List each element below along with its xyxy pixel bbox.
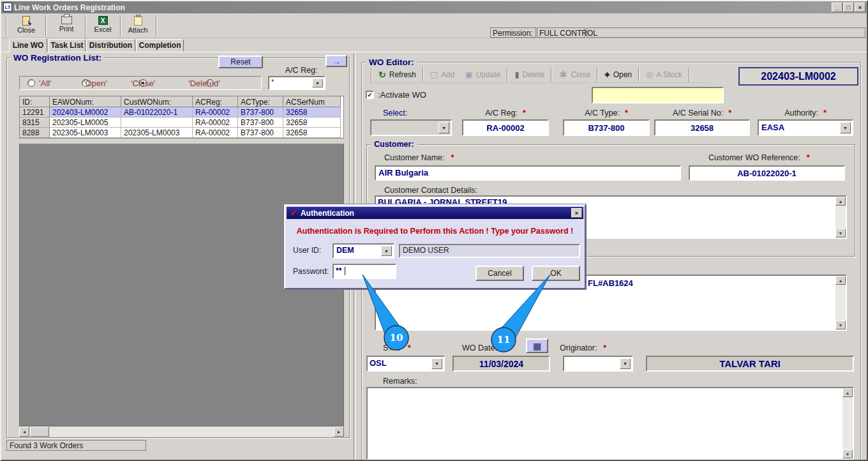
scroll-down-icon[interactable]: ▼ — [835, 321, 846, 329]
chevron-down-icon[interactable]: ▼ — [312, 79, 323, 87]
chevron-down-icon[interactable]: ▼ — [840, 122, 851, 133]
dialog-titlebar[interactable]: ✓ Authentication × — [287, 207, 583, 219]
chevron-down-icon[interactable]: ▼ — [438, 122, 449, 133]
ac-reg-filter-combo[interactable]: * ▼ — [268, 76, 326, 90]
add-button[interactable]: ▢ Add — [425, 67, 460, 82]
table-hscrollbar[interactable]: ◄ ► — [19, 427, 344, 437]
wo-date-field[interactable]: 11/03/2024 — [453, 356, 550, 372]
scroll-left-glyph: ◄ — [22, 430, 27, 434]
toolbar-separator — [6, 16, 7, 37]
chevron-down-icon[interactable]: ▼ — [431, 358, 442, 369]
user-name-value: DEMO USER — [403, 246, 449, 255]
password-input[interactable]: ** — [333, 264, 396, 279]
col-header[interactable]: ACReg: — [193, 96, 238, 107]
restore-button[interactable]: □ — [843, 3, 854, 12]
scroll-right-icon[interactable]: ► — [334, 427, 344, 437]
reset-button[interactable]: Reset — [218, 56, 263, 68]
originator-label: Originator:* — [560, 344, 606, 352]
attach-button[interactable]: Attach — [121, 16, 154, 37]
scroll-down-icon[interactable]: ▼ — [835, 229, 846, 238]
excel-button[interactable]: X Excel — [87, 16, 119, 37]
table-row[interactable]: 8288 202305-LM0003 202305-LM0003 RA-0000… — [20, 128, 343, 138]
col-header[interactable]: EAWONum: — [50, 96, 121, 107]
scroll-up-icon[interactable]: ▲ — [842, 388, 853, 397]
ok-button[interactable]: OK — [532, 266, 580, 281]
customer-contact-label: Customer Contact Details: — [384, 186, 477, 195]
remarks-scrollbar[interactable]: ▲ ▼ — [842, 388, 853, 458]
customer-name-label: Customer Name:* — [384, 153, 454, 162]
chevron-down-icon[interactable]: ▼ — [620, 358, 631, 369]
scroll-up-glyph: ▲ — [846, 391, 850, 395]
ac-reg-label: A/C Reg:* — [462, 109, 549, 117]
close-button[interactable]: ↳ Close — [9, 16, 43, 37]
print-button[interactable]: Print — [50, 16, 83, 37]
wo-number-display: 202403-LM0002 — [738, 67, 858, 86]
activate-wo-checkbox[interactable]: ✓ — [366, 91, 374, 99]
ac-serial-field[interactable]: 32658 — [654, 119, 750, 136]
filter-radio-strip: 'All' 'Open' 'Close' 'Deleted' — [19, 76, 262, 90]
tab-distribution[interactable]: Distribution — [86, 39, 135, 52]
open-wo-button[interactable]: ⌖ Open — [599, 67, 637, 82]
ac-reg-field[interactable]: RA-00002 — [462, 119, 549, 136]
customer-name-label-text: Customer Name: — [384, 153, 444, 162]
a-stock-button[interactable]: ◎ A Stock — [641, 67, 687, 82]
update-button[interactable]: ▣ Update — [460, 67, 505, 82]
close-window-button[interactable]: × — [855, 3, 865, 12]
user-id-combo[interactable]: DEM ▼ — [333, 243, 394, 259]
contact-scrollbar[interactable]: ▲ ▼ — [835, 197, 846, 238]
sta-combo[interactable]: OSL ▼ — [366, 356, 445, 372]
refresh-button[interactable]: ↻ Refresh — [373, 67, 421, 82]
print-button-label: Print — [59, 25, 74, 33]
col-header[interactable]: ID: — [20, 96, 50, 107]
tab-label: Line WO — [13, 41, 44, 50]
table-row[interactable]: 8315 202305-LM0005 RA-00002 B737-800 326… — [20, 117, 343, 128]
description-scrollbar[interactable]: ▲ ▼ — [835, 276, 846, 329]
close-window-icon: × — [858, 4, 862, 11]
cancel-button[interactable]: Cancel — [475, 266, 524, 281]
tab-task-list[interactable]: Task List — [49, 39, 86, 52]
originator-combo[interactable]: ▼ — [563, 356, 633, 372]
close-wo-button[interactable]: ∗ Close — [553, 67, 595, 82]
scroll-up-icon[interactable]: ▲ — [835, 197, 846, 206]
tab-completion[interactable]: Completion — [136, 39, 184, 52]
table-row[interactable]: 12291 202403-LM0002 AB-01022020-1 RA-000… — [20, 107, 343, 117]
wo-registration-list-title: WO Registration List: — [10, 53, 105, 63]
calendar-button[interactable]: ▦ — [526, 338, 548, 353]
check-icon: ✓ — [367, 91, 372, 98]
ac-reg-label-text: A/C Reg: — [485, 109, 518, 117]
scroll-up-icon[interactable]: ▲ — [835, 276, 846, 285]
highlight-field[interactable] — [592, 87, 724, 103]
cell-acreg: RA-00002 — [193, 128, 238, 138]
col-header[interactable]: CustWONum: — [121, 96, 193, 107]
remarks-textarea[interactable]: ▲ ▼ — [366, 387, 854, 460]
radio-all[interactable] — [27, 79, 35, 87]
tab-line-wo[interactable]: Line WO — [9, 38, 47, 52]
delete-button[interactable]: ▮ Delete — [509, 67, 550, 82]
dialog-close-button[interactable]: × — [571, 208, 582, 218]
minimize-button[interactable]: _ — [832, 3, 842, 12]
authority-value: EASA — [761, 123, 784, 132]
radio-close-label: 'Close' — [131, 79, 155, 88]
chevron-down-icon[interactable]: ▼ — [381, 246, 392, 256]
customer-ref-label: Customer WO Reference:* — [708, 153, 810, 162]
refresh-icon: ↻ — [378, 70, 386, 80]
required-star: * — [807, 153, 810, 162]
forward-arrow-button[interactable]: → — [326, 55, 347, 67]
originator-label-text: Originator: — [560, 344, 597, 352]
col-header[interactable]: ACType: — [238, 96, 283, 107]
a-stock-icon: ◎ — [646, 70, 653, 79]
dropdown-glyph: ▼ — [435, 361, 439, 366]
window-titlebar[interactable]: LT Line Work Orders Registration _ □ × — [1, 1, 867, 13]
hscroll-thumb[interactable] — [30, 427, 49, 437]
customer-name-field[interactable]: AIR Bulgaria — [375, 165, 681, 181]
select-combo[interactable]: ▼ — [370, 119, 452, 136]
customer-ref-field[interactable]: AB-01022020-1 — [689, 165, 845, 181]
scroll-down-icon[interactable]: ▼ — [842, 450, 853, 458]
col-header[interactable]: ACSerNum — [283, 96, 341, 107]
scroll-left-icon[interactable]: ◄ — [19, 427, 29, 437]
authority-label: Authority:* — [758, 109, 853, 117]
ac-type-field[interactable]: B737-800 — [563, 119, 650, 136]
tab-label: Distribution — [89, 41, 132, 50]
authority-combo[interactable]: EASA ▼ — [758, 119, 853, 136]
user-id-label: User ID: — [293, 246, 321, 255]
